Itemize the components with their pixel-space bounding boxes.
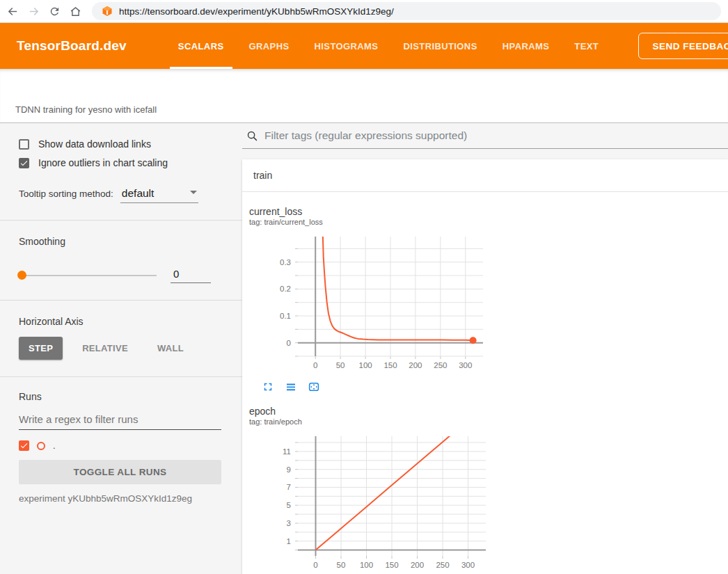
chart-toolbar — [262, 381, 494, 393]
svg-text:200: 200 — [411, 561, 424, 569]
filter-tags-input[interactable] — [264, 129, 728, 142]
send-feedback-button[interactable]: SEND FEEDBACK — [638, 33, 728, 59]
svg-text:100: 100 — [360, 561, 373, 569]
svg-text:50: 50 — [336, 361, 345, 369]
chart-tag: tag: train/epoch — [249, 417, 491, 426]
horizontal-axis-label: Horizontal Axis — [19, 316, 221, 327]
expand-icon[interactable] — [262, 381, 274, 393]
svg-text:11: 11 — [283, 447, 291, 456]
url-text: https://tensorboard.dev/experiment/yKUbh… — [119, 6, 394, 17]
chevron-down-icon — [190, 191, 197, 194]
chart-epoch: epoch tag: train/epoch 05010015020025030… — [249, 406, 491, 574]
svg-text:150: 150 — [383, 361, 397, 369]
tab-graphs[interactable]: GRAPHS — [237, 23, 302, 69]
chart-current-loss: current_loss tag: train/current_loss 050… — [249, 206, 494, 406]
runs-label: Runs — [19, 391, 221, 402]
check-icon — [19, 159, 29, 168]
section-header-train[interactable]: train — [242, 159, 728, 192]
browser-toolbar: https://tensorboard.dev/experiment/yKUbh… — [0, 0, 728, 23]
app-header: TensorBoard.dev SCALARS GRAPHS HISTOGRAM… — [0, 23, 728, 69]
svg-text:0.1: 0.1 — [280, 312, 291, 320]
svg-text:0.3: 0.3 — [280, 258, 291, 266]
train-section-card: train current_loss tag: train/current_lo… — [242, 159, 728, 574]
svg-text:7: 7 — [287, 483, 291, 491]
tab-text[interactable]: TEXT — [562, 23, 611, 69]
show-download-links-row[interactable]: Show data download links — [19, 138, 221, 150]
tooltip-sorting-label: Tooltip sorting method: — [19, 189, 113, 199]
brand-title[interactable]: TensorBoard.dev — [17, 38, 127, 54]
ignore-outliers-checkbox[interactable] — [19, 158, 29, 168]
divider — [0, 376, 242, 377]
line-chart[interactable]: 0501001502002503001357911 — [249, 432, 490, 574]
svg-text:0: 0 — [313, 361, 317, 369]
filter-tags-row — [242, 123, 728, 149]
run-checkbox[interactable] — [19, 440, 29, 451]
runs-menu-icon[interactable] — [285, 381, 297, 393]
smoothing-slider[interactable] — [19, 275, 157, 276]
tab-distributions[interactable]: DISTRIBUTIONS — [390, 23, 489, 69]
tooltip-sorting-dropdown[interactable]: default — [120, 187, 198, 203]
svg-text:200: 200 — [409, 361, 422, 369]
nav-tabs: SCALARS GRAPHS HISTOGRAMS DISTRIBUTIONS … — [166, 23, 611, 69]
svg-text:9: 9 — [287, 465, 291, 474]
slider-thumb[interactable] — [17, 271, 26, 280]
forward-icon[interactable] — [25, 3, 42, 19]
svg-text:0: 0 — [287, 339, 291, 347]
tab-hparams[interactable]: HPARAMS — [490, 23, 562, 69]
address-bar[interactable]: https://tensorboard.dev/experiment/yKUbh… — [92, 2, 721, 20]
runs-regex-input[interactable] — [19, 413, 221, 430]
fit-domain-icon[interactable] — [308, 381, 320, 393]
experiment-title: TDNN training for yesno with icefall — [15, 104, 157, 115]
home-icon[interactable] — [67, 3, 84, 19]
axis-wall-button[interactable]: WALL — [148, 337, 193, 360]
run-item[interactable]: . — [19, 440, 221, 451]
reload-icon[interactable] — [46, 3, 63, 19]
tab-scalars[interactable]: SCALARS — [166, 23, 237, 69]
back-icon[interactable] — [4, 3, 21, 19]
smoothing-value[interactable]: 0 — [171, 268, 211, 283]
svg-text:5: 5 — [287, 501, 291, 509]
experiment-id-label: experiment yKUbhb5wRmOSXYkId1z9eg — [19, 493, 221, 504]
toggle-all-runs-button[interactable]: TOGGLE ALL RUNS — [19, 460, 221, 484]
settings-sidebar: Show data download links Ignore outliers… — [0, 123, 242, 573]
svg-text:250: 250 — [436, 561, 449, 569]
axis-step-button[interactable]: STEP — [19, 337, 63, 360]
check-icon — [19, 441, 29, 450]
run-name: . — [53, 440, 56, 451]
tensorboard-favicon — [102, 6, 113, 17]
svg-text:250: 250 — [434, 361, 447, 369]
tooltip-sorting-value: default — [122, 187, 155, 200]
axis-relative-button[interactable]: RELATIVE — [72, 337, 138, 360]
chart-title: epoch — [249, 406, 491, 417]
show-download-links-label: Show data download links — [38, 138, 151, 150]
tab-histograms[interactable]: HISTOGRAMS — [302, 23, 391, 69]
chart-tag: tag: train/current_loss — [249, 218, 494, 226]
experiment-title-bar: TDNN training for yesno with icefall — [0, 69, 728, 123]
svg-text:50: 50 — [337, 561, 346, 569]
main-panel: train current_loss tag: train/current_lo… — [242, 123, 728, 573]
svg-text:0.2: 0.2 — [280, 285, 291, 293]
run-color-swatch — [37, 442, 45, 450]
charts-grid: current_loss tag: train/current_loss 050… — [242, 192, 728, 574]
chart-title: current_loss — [249, 206, 494, 217]
svg-text:1: 1 — [287, 537, 291, 545]
svg-text:300: 300 — [461, 561, 475, 569]
search-icon — [246, 130, 258, 142]
show-download-links-checkbox[interactable] — [19, 139, 29, 150]
svg-text:100: 100 — [359, 361, 372, 369]
svg-text:150: 150 — [385, 561, 398, 569]
divider — [0, 220, 242, 221]
ignore-outliers-row[interactable]: Ignore outliers in chart scaling — [19, 157, 221, 168]
line-chart[interactable]: 05010015020025030000.10.20.3 — [249, 232, 487, 375]
smoothing-label: Smoothing — [19, 236, 221, 247]
ignore-outliers-label: Ignore outliers in chart scaling — [38, 157, 168, 168]
divider — [0, 300, 242, 301]
svg-text:300: 300 — [459, 361, 472, 369]
svg-text:3: 3 — [287, 519, 291, 527]
svg-text:0: 0 — [313, 561, 317, 569]
